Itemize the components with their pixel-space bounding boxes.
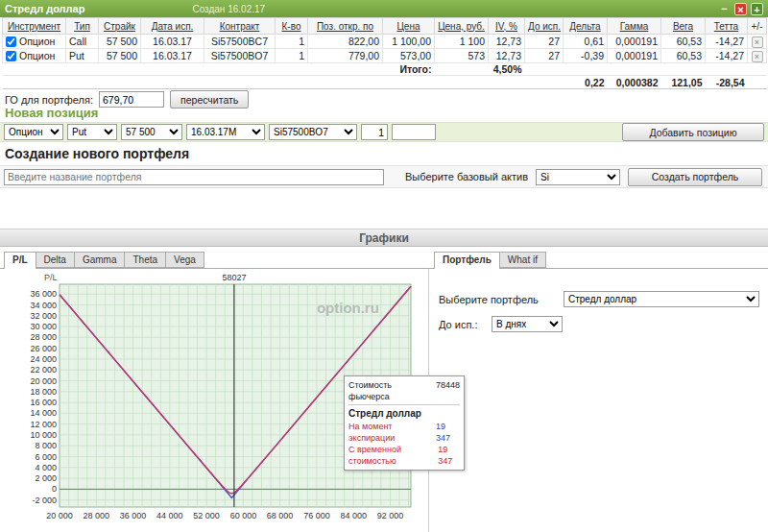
quantity-input[interactable]	[361, 124, 388, 140]
y-tick-label: 24 000	[30, 354, 57, 364]
totals-iv: 4,50%	[489, 63, 525, 76]
y-tick-label: 20 000	[30, 376, 57, 386]
tooltip-timevalue-value: 19 347	[438, 444, 460, 467]
totals-label: Итого:	[383, 63, 435, 76]
y-tick-label: 8 000	[35, 441, 57, 450]
chart-tab-4[interactable]: Vega	[166, 252, 204, 268]
cell-contract: Si57500BO7	[204, 49, 276, 63]
base-asset-label: Выберите базовый актив	[405, 171, 528, 182]
recalculate-button[interactable]: пересчитать	[170, 90, 249, 109]
cell-delete: ×	[748, 49, 767, 63]
cell-qty: 1	[276, 35, 308, 49]
x-tick-label: 68 000	[267, 511, 294, 520]
y-tick-label: 12 000	[30, 420, 57, 429]
totals-gamma: 0,000382	[608, 76, 661, 89]
panel-tab-0[interactable]: Портфель	[434, 252, 500, 269]
cell-iv: 12,73	[489, 49, 525, 63]
close-icon[interactable]: ×	[734, 3, 747, 15]
panel-tabs: ПортфельWhat if	[434, 252, 546, 269]
tooltip-expiration-label: На момент экспирации	[348, 421, 432, 444]
portfolio-title: Стредл доллар	[5, 3, 84, 14]
add-position-button[interactable]: Добавить позицию	[622, 123, 764, 141]
column-header[interactable]: Дата исп.	[141, 18, 204, 35]
expiry-select[interactable]: 16.03.17М	[186, 124, 265, 140]
y-tick-label: 34 000	[30, 301, 57, 310]
chart-tooltip: Стоимость фьючерса 78448 Стредл доллар Н…	[344, 375, 465, 471]
instrument-select[interactable]: Опцион	[4, 124, 63, 140]
column-header[interactable]: Контракт	[204, 18, 276, 35]
create-portfolio-form: Выберите базовый актив Si Создать портфе…	[0, 165, 768, 188]
row-checkbox[interactable]	[6, 36, 16, 47]
column-header[interactable]: Дельта	[564, 18, 608, 35]
column-header[interactable]: К-во	[276, 18, 308, 35]
y-tick-label: 0	[52, 484, 57, 494]
column-header-delete: +/-	[748, 18, 767, 35]
window-titlebar: Стредл доллар Создан 16.02.17 − × +	[0, 0, 768, 17]
y-tick-label: 28 000	[30, 332, 57, 342]
cell-strike: 57 500	[99, 49, 141, 63]
column-header[interactable]: Тетта	[706, 18, 748, 35]
x-tick-label: 76 000	[303, 511, 330, 520]
tooltip-timevalue-label: С временной стоимостью	[348, 444, 434, 467]
chart-tab-2[interactable]: Gamma	[75, 252, 126, 268]
portfolio-select-label: Выберите портфель	[439, 294, 556, 305]
days-mode-label: До исп.:	[439, 319, 484, 330]
delete-row-icon[interactable]: ×	[752, 36, 763, 48]
panel-tab-1[interactable]: What if	[500, 252, 546, 268]
row-checkbox[interactable]	[6, 51, 16, 61]
cell-open_pos: 822,00	[308, 35, 383, 49]
add-icon[interactable]: +	[751, 3, 763, 15]
y-tick-label: 32 000	[30, 311, 57, 321]
price-marker-label: 58027	[222, 273, 246, 282]
y-tick-label: 26 000	[30, 344, 57, 353]
x-tick-label: 36 000	[120, 511, 147, 520]
create-portfolio-button[interactable]: Создать портфель	[628, 168, 762, 186]
column-header[interactable]: Гамма	[608, 18, 661, 35]
y-tick-label: 4 000	[35, 463, 57, 472]
cell-price_rub: 1 100	[435, 35, 489, 49]
y-tick-label: 30 000	[30, 322, 57, 331]
cell-exp_date: 16.03.17	[141, 49, 204, 63]
days-mode-select[interactable]: В днях	[492, 316, 563, 332]
cell-delta: 0,61	[564, 35, 608, 49]
days-mode-row: До исп.: В днях	[439, 316, 563, 332]
column-header[interactable]: Цена, руб.	[435, 18, 489, 35]
charts-section-header: Графики	[0, 229, 768, 247]
cell-exp_date: 16.03.17	[141, 35, 204, 49]
cell-open_pos: 779,00	[308, 49, 383, 63]
margin-input[interactable]	[99, 91, 164, 108]
delete-row-icon[interactable]: ×	[752, 51, 763, 62]
column-header[interactable]: Цена	[383, 18, 435, 35]
y-tick-label: 14 000	[30, 408, 57, 418]
minimize-icon[interactable]: −	[718, 3, 731, 15]
option-type-select[interactable]: Put	[67, 124, 117, 140]
window-controls: − × +	[718, 3, 763, 15]
column-header[interactable]: До исп.	[525, 18, 564, 35]
column-header[interactable]: Поз. откр. по	[308, 18, 383, 35]
tooltip-expiration-value: 19 347	[436, 421, 460, 444]
chart-tab-3[interactable]: Theta	[125, 252, 166, 268]
cell-type: Call	[66, 35, 99, 49]
contract-select[interactable]: Si57500BO7	[269, 124, 357, 140]
chart-tab-0[interactable]: P/L	[4, 252, 36, 269]
column-header[interactable]: Инструмент	[3, 18, 66, 35]
portfolio-select[interactable]: Стредл доллар	[564, 291, 759, 307]
column-header[interactable]: IV, %	[489, 18, 525, 35]
column-header[interactable]: Страйк	[99, 18, 141, 35]
margin-label: ГО для портфеля:	[5, 94, 93, 106]
cell-price: 1 100,00	[383, 35, 435, 49]
positions-table: ИнструментТипСтрайкДата исп.КонтрактК-во…	[2, 17, 767, 89]
column-header[interactable]: Вега	[661, 18, 706, 35]
column-header[interactable]: Тип	[66, 18, 99, 35]
portfolio-name-input[interactable]	[4, 169, 384, 185]
x-tick-label: 20 000	[46, 511, 73, 520]
price-input[interactable]	[392, 124, 436, 140]
strike-select[interactable]: 57 500	[121, 124, 182, 140]
options-portfolio-app: Стредл доллар Создан 16.02.17 − × + Инст…	[0, 0, 768, 532]
create-portfolio-title: Создание нового портфеля	[5, 146, 189, 161]
base-asset-select[interactable]: Si	[536, 169, 620, 185]
chart-tab-1[interactable]: Delta	[36, 252, 75, 268]
portfolio-select-row: Выберите портфель Стредл доллар	[439, 291, 759, 307]
cell-price_rub: 573	[435, 49, 489, 63]
tooltip-portfolio-name: Стредл доллар	[348, 404, 460, 421]
